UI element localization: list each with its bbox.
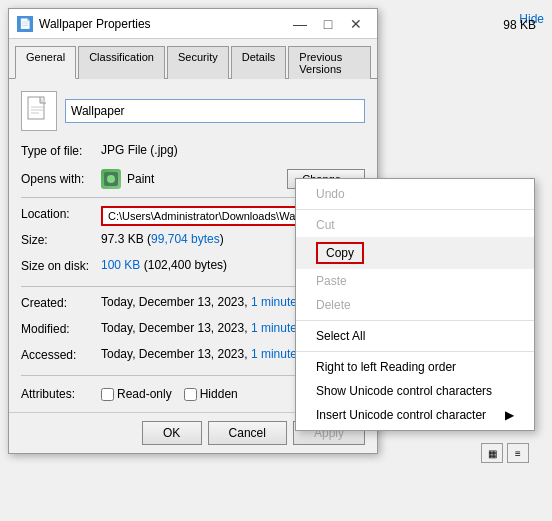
tab-bar: General Classification Security Details … [9,39,377,79]
tab-general[interactable]: General [15,46,76,79]
ctx-rtl-label: Right to left Reading order [316,360,456,374]
ok-button[interactable]: OK [142,421,202,445]
tab-details[interactable]: Details [231,46,287,79]
ctx-copy-label: Copy [316,242,364,264]
tab-classification[interactable]: Classification [78,46,165,79]
ctx-paste[interactable]: Paste [296,269,534,293]
readonly-label: Read-only [117,387,172,401]
ctx-sep-3 [296,351,534,352]
ctx-rtl[interactable]: Right to left Reading order [296,355,534,379]
ctx-paste-label: Paste [316,274,347,288]
title-bar-left: 📄 Wallpaper Properties [17,16,151,32]
opens-with-label: Opens with: [21,172,101,186]
ctx-arrow-icon: ▶ [505,408,514,422]
type-row: Type of file: JPG File (.jpg) [21,143,365,163]
attributes-label: Attributes: [21,387,101,401]
file-icon [21,91,57,131]
app-name: Paint [127,172,154,186]
window-icon: 📄 [17,16,33,32]
hidden-checkbox-item: Hidden [184,387,238,401]
checkboxes-area: Read-only Hidden [101,387,246,401]
size-badge: 98 KB [503,18,536,32]
title-controls: — □ ✕ [287,14,369,34]
list-view-button[interactable]: ≡ [507,443,529,463]
ctx-undo[interactable]: Undo [296,182,534,206]
file-name-input[interactable]: Wallpaper [65,99,365,123]
minimize-button[interactable]: — [287,14,313,34]
type-label: Type of file: [21,143,101,158]
type-value: JPG File (.jpg) [101,143,365,157]
close-button[interactable]: ✕ [343,14,369,34]
created-label: Created: [21,295,101,310]
tab-previous-versions[interactable]: Previous Versions [288,46,371,79]
ctx-unicode-show[interactable]: Show Unicode control characters [296,379,534,403]
file-name-row: Wallpaper [21,91,365,131]
grid-view-button[interactable]: ▦ [481,443,503,463]
tab-security[interactable]: Security [167,46,229,79]
size-disk-link: 100 KB [101,258,140,272]
ctx-delete-label: Delete [316,298,351,312]
view-icons: ▦ ≡ [481,443,529,463]
list-icon: ≡ [515,448,521,459]
location-field[interactable]: C:\Users\Administrator\Downloads\Wallpap… [101,206,301,226]
hidden-label: Hidden [200,387,238,401]
ctx-unicode-insert[interactable]: Insert Unicode control character ▶ [296,403,534,427]
ctx-sep-2 [296,320,534,321]
cancel-button[interactable]: Cancel [208,421,287,445]
maximize-button[interactable]: □ [315,14,341,34]
svg-point-5 [107,175,115,183]
context-menu: Undo Cut Copy Paste Delete Select All Ri… [295,178,535,431]
readonly-checkbox[interactable] [101,388,114,401]
ctx-unicode-show-label: Show Unicode control characters [316,384,492,398]
ctx-select-all-label: Select All [316,329,365,343]
ctx-delete[interactable]: Delete [296,293,534,317]
ctx-undo-label: Undo [316,187,345,201]
ctx-sep-1 [296,209,534,210]
modified-label: Modified: [21,321,101,336]
readonly-checkbox-item: Read-only [101,387,172,401]
size-link: 99,704 bytes [151,232,220,246]
ctx-unicode-insert-label: Insert Unicode control character [316,408,486,422]
location-label: Location: [21,206,101,221]
grid-icon: ▦ [488,448,497,459]
window-title: Wallpaper Properties [39,17,151,31]
size-disk-label: Size on disk: [21,258,101,273]
accessed-label: Accessed: [21,347,101,362]
size-label: Size: [21,232,101,247]
ctx-cut[interactable]: Cut [296,213,534,237]
title-bar: 📄 Wallpaper Properties — □ ✕ [9,9,377,39]
app-icon [101,169,121,189]
ctx-select-all[interactable]: Select All [296,324,534,348]
hidden-checkbox[interactable] [184,388,197,401]
ctx-copy[interactable]: Copy [296,237,534,269]
ctx-cut-label: Cut [316,218,335,232]
